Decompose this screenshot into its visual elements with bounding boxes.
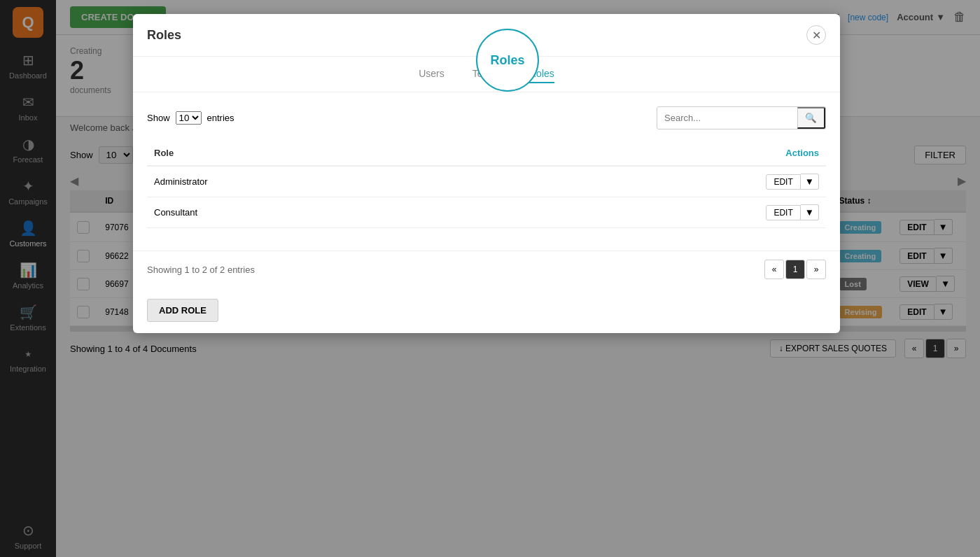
modal-show-select[interactable]: 10 25 <box>176 111 202 125</box>
modal-page-last[interactable]: » <box>806 260 826 279</box>
modal-search-button[interactable]: 🔍 <box>797 107 825 129</box>
cell-role: Administrator <box>147 166 489 197</box>
roles-table: Role Actions Administrator EDIT ▼ Consul… <box>147 141 826 228</box>
modal-close-button[interactable]: ✕ <box>806 25 826 45</box>
modal-page-1[interactable]: 1 <box>785 260 805 279</box>
role-row: Administrator EDIT ▼ <box>147 166 826 197</box>
tab-users[interactable]: Users <box>419 65 444 83</box>
modal-show-label: Show <box>147 113 170 123</box>
roles-modal: Roles ✕ Users Teams Roles Roles Show 10 … <box>133 14 840 333</box>
col-role: Role <box>147 141 489 166</box>
tab-roles[interactable]: Roles <box>529 65 554 83</box>
role-row: Consultant EDIT ▼ <box>147 197 826 228</box>
cell-role-action: EDIT ▼ <box>489 197 826 228</box>
modal-title: Roles <box>147 28 181 43</box>
cell-role: Consultant <box>147 197 489 228</box>
modal-search: 🔍 <box>657 106 826 129</box>
modal-body: Show 10 25 entries 🔍 Role Actions <box>133 92 840 251</box>
modal-tabs: Users Teams Roles Roles <box>133 57 840 92</box>
modal-controls-left: Show 10 25 entries <box>147 111 234 125</box>
cell-role-action: EDIT ▼ <box>489 166 826 197</box>
col-actions: Actions <box>489 141 826 166</box>
add-role-button[interactable]: ADD ROLE <box>147 299 218 322</box>
role-edit-dropdown[interactable]: ▼ <box>801 174 819 190</box>
modal-page-first[interactable]: « <box>764 260 784 279</box>
modal-controls: Show 10 25 entries 🔍 <box>147 106 826 129</box>
tab-teams[interactable]: Teams <box>472 65 501 83</box>
role-edit-button[interactable]: EDIT <box>766 205 800 220</box>
role-edit-button[interactable]: EDIT <box>766 174 800 190</box>
modal-entries-label: entries <box>207 113 234 123</box>
modal-header: Roles ✕ <box>133 14 840 57</box>
modal-pagination: « 1 » <box>764 260 826 279</box>
modal-showing-text: Showing 1 to 2 of 2 entries <box>147 265 255 275</box>
modal-footer: Showing 1 to 2 of 2 entries « 1 » <box>133 251 840 288</box>
modal-search-input[interactable] <box>657 108 797 127</box>
role-edit-dropdown[interactable]: ▼ <box>801 204 819 220</box>
